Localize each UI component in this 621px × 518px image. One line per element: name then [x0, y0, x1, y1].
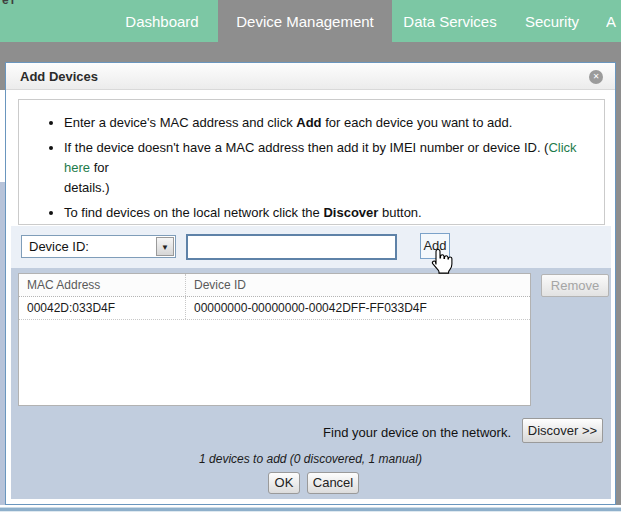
instruction-bold: Discover [323, 205, 378, 220]
instruction-text: If the device doesn't have a MAC address… [64, 140, 548, 155]
instruction-text: Enter a device's MAC address and click [64, 115, 296, 130]
close-icon[interactable]: ✕ [589, 70, 603, 84]
nav-tab-administration-truncated[interactable]: A [606, 0, 621, 42]
dialog-title: Add Devices [20, 63, 98, 90]
cancel-button[interactable]: Cancel [307, 472, 359, 494]
instruction-bold: Add [296, 115, 321, 130]
instruction-text: button. [378, 205, 421, 220]
nav-tab-device-management[interactable]: Device Management [218, 0, 392, 42]
id-type-select[interactable]: Device ID: ▼ [21, 235, 176, 258]
instruction-item: If the device doesn't have a MAC address… [64, 138, 596, 198]
instruction-text: To find devices on the local network cli… [64, 205, 323, 220]
column-header-device-id: Device ID [185, 274, 530, 296]
remove-button[interactable]: Remove [541, 274, 609, 297]
add-button[interactable]: Add [420, 233, 450, 259]
column-header-mac-address: MAC Address [19, 274, 185, 296]
instructions-box: Enter a device's MAC address and click A… [18, 99, 605, 225]
instruction-item: Enter a device's MAC address and click A… [64, 113, 596, 133]
background-page-bottom-strip [0, 505, 621, 518]
nav-tab-security[interactable]: Security [518, 0, 586, 42]
table-row[interactable]: 00042D:033D4F 00000000-00000000-00042DFF… [19, 297, 530, 320]
background-page-divider [0, 508, 621, 511]
screen: er Dashboard Device Management Data Serv… [0, 0, 621, 518]
devices-to-add-status: 1 devices to add (0 discovered, 1 manual… [6, 452, 615, 466]
instruction-text: for each device you want to add. [322, 115, 513, 130]
ok-button[interactable]: OK [268, 472, 300, 494]
devices-table: MAC Address Device ID 00042D:033D4F 0000… [18, 273, 531, 406]
dialog-titlebar: Add Devices ✕ [6, 63, 615, 90]
nav-tab-data-services[interactable]: Data Services [396, 0, 504, 42]
devices-table-header: MAC Address Device ID [19, 274, 530, 297]
discover-hint-text: Find your device on the network. [186, 425, 511, 440]
instruction-item: To find devices on the local network cli… [64, 203, 596, 223]
nav-tab-dashboard[interactable]: Dashboard [110, 0, 214, 42]
id-type-selected-value: Device ID: [29, 236, 89, 257]
chevron-down-icon[interactable]: ▼ [156, 237, 174, 256]
cell-mac-address: 00042D:033D4F [19, 297, 185, 319]
instruction-text: for [90, 160, 109, 175]
instruction-text: details.) [64, 180, 110, 195]
logo-fragment: er [2, 0, 28, 8]
cell-device-id: 00000000-00000000-00042DFF-FF033D4F [185, 297, 530, 319]
discover-button[interactable]: Discover >> [522, 418, 603, 443]
top-nav-bar: er Dashboard Device Management Data Serv… [0, 0, 621, 42]
device-id-input[interactable] [186, 234, 397, 260]
add-devices-dialog: Add Devices ✕ Enter a device's MAC addre… [5, 62, 616, 505]
